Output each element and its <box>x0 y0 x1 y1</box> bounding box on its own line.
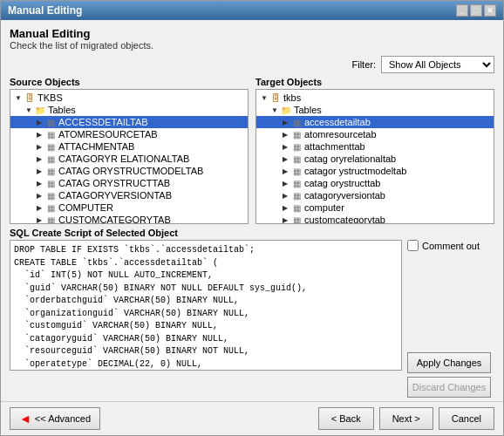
source-table-icon-3: ▦ <box>44 141 57 152</box>
target-table-atomresourcetab[interactable]: ▶ ▦ atomresourcetab <box>256 128 494 140</box>
source-table-label-9: CUSTOMCATEGORYTAB <box>58 215 171 224</box>
source-table-catstructtab[interactable]: ▶ ▦ CATAG ORYSTRUCTTAB <box>10 177 248 189</box>
source-table-computer[interactable]: ▶ ▦ COMPUTER <box>10 201 248 214</box>
target-table-label-6: catag orystructtab <box>304 178 380 188</box>
comment-out-row: Comment out <box>407 240 494 251</box>
source-table-catstructmodeltab[interactable]: ▶ ▦ CATAG ORYSTRUCTMODELTAB <box>10 165 248 177</box>
source-table-icon-1: ▦ <box>44 117 57 127</box>
close-button[interactable]: ✕ <box>484 4 496 17</box>
maximize-button[interactable]: □ <box>470 4 482 17</box>
target-table-catrelationaltab[interactable]: ▶ ▦ catag oryrelationaltab <box>256 153 494 165</box>
source-table-icon-7: ▦ <box>44 190 57 201</box>
target-table-expand-5: ▶ <box>281 167 289 175</box>
dialog-subtitle: Check the list of migrated objects. <box>10 40 494 51</box>
target-table-label-1: accessdetailtab <box>304 117 371 127</box>
apply-changes-button[interactable]: Apply Changes <box>407 352 491 373</box>
target-table-expand-6: ▶ <box>281 179 289 187</box>
source-table-catrelationaltab[interactable]: ▶ ▦ CATAGORYR ELATIONALTAB <box>10 153 248 165</box>
bottom-right: < Back Next > Cancel <box>318 407 494 430</box>
target-db-icon: 🗄 <box>269 92 282 103</box>
source-db-icon: 🗄 <box>24 92 36 103</box>
dialog-title: Manual Editing <box>8 4 82 17</box>
target-table-icon-9: ▦ <box>290 215 303 224</box>
manual-editing-dialog: Manual Editing _ □ ✕ Manual Editing Chec… <box>0 0 504 436</box>
target-root-item[interactable]: ▼ 🗄 tkbs <box>256 92 494 104</box>
source-table-expand-9: ▶ <box>35 215 44 224</box>
source-panel-label: Source Objects <box>10 75 249 89</box>
title-bar-buttons: _ □ ✕ <box>456 4 496 17</box>
discard-changes-button[interactable]: Discard Changes <box>407 377 491 398</box>
source-tables-label: Tables <box>48 105 76 115</box>
source-table-icon-6: ▦ <box>44 178 57 188</box>
minimize-button[interactable]: _ <box>456 4 468 17</box>
source-table-expand-5: ▶ <box>35 167 44 175</box>
dialog-heading: Manual Editing <box>10 27 494 40</box>
source-table-expand-1: ▶ <box>35 118 44 126</box>
target-tables-folder[interactable]: ▼ 📁 Tables <box>256 104 494 116</box>
target-table-expand-7: ▶ <box>281 191 289 200</box>
source-table-label-4: CATAGORYR ELATIONALTAB <box>58 153 189 164</box>
source-table-attachmenttab[interactable]: ▶ ▦ ATTACHMENTAB <box>10 140 248 153</box>
comment-out-checkbox[interactable] <box>407 240 419 251</box>
target-table-label-9: customcategorytab <box>304 215 385 224</box>
dialog-header: Manual Editing Check the list of migrate… <box>1 20 503 54</box>
target-table-computer[interactable]: ▶ ▦ computer <box>256 201 494 214</box>
sql-text: DROP TABLE IF EXISTS `tkbs`.`accessdetai… <box>14 244 398 371</box>
target-table-catversiontab[interactable]: ▶ ▦ catagoryversiontab <box>256 189 494 201</box>
cancel-button[interactable]: Cancel <box>439 407 494 430</box>
target-tree[interactable]: ▼ 🗄 tkbs ▼ 📁 Tables ▶ ▦ accessdetailtab <box>255 89 494 224</box>
sql-sidebar: Comment out Apply Changes Discard Change… <box>407 240 494 398</box>
target-folder-icon: 📁 <box>280 105 292 115</box>
sql-textarea[interactable]: DROP TABLE IF EXISTS `tkbs`.`accessdetai… <box>10 240 402 371</box>
source-table-icon-4: ▦ <box>44 153 57 164</box>
source-panel: Source Objects ▼ 🗄 TKBS ▼ 📁 Tables <box>10 75 249 224</box>
target-table-customcategorytab[interactable]: ▶ ▦ customcategorytab <box>256 214 494 224</box>
target-table-icon-2: ▦ <box>290 129 303 140</box>
advanced-button[interactable]: ◄ << Advanced <box>10 407 100 430</box>
source-table-expand-7: ▶ <box>35 191 44 200</box>
target-table-expand-1: ▶ <box>281 118 289 126</box>
target-table-label-4: catag oryrelationaltab <box>304 153 396 164</box>
back-button[interactable]: < Back <box>318 407 374 430</box>
source-tree[interactable]: ▼ 🗄 TKBS ▼ 📁 Tables ▶ ▦ ACCESSDETAIL <box>10 89 249 224</box>
target-table-expand-2: ▶ <box>281 130 289 139</box>
source-table-customcategorytab[interactable]: ▶ ▦ CUSTOMCATEGORYTAB <box>10 214 248 224</box>
bottom-left: ◄ << Advanced <box>10 407 100 430</box>
source-table-catversiontab[interactable]: ▶ ▦ CATAGORYVERSIONTAB <box>10 189 248 201</box>
source-table-icon-8: ▦ <box>44 202 57 213</box>
source-table-expand-2: ▶ <box>35 130 44 139</box>
title-bar: Manual Editing _ □ ✕ <box>1 1 503 20</box>
source-root-item[interactable]: ▼ 🗄 TKBS <box>10 92 248 104</box>
target-table-catstructmodeltab[interactable]: ▶ ▦ catagor ystructmodeltab <box>256 165 494 177</box>
source-table-label-7: CATAGORYVERSIONTAB <box>58 190 172 201</box>
target-table-expand-3: ▶ <box>281 142 289 151</box>
source-table-label-5: CATAG ORYSTRUCTMODELTAB <box>58 166 203 176</box>
target-table-attachmenttab[interactable]: ▶ ▦ attachmenttab <box>256 140 494 153</box>
source-table-icon-2: ▦ <box>44 129 57 140</box>
source-table-atomresourcetab[interactable]: ▶ ▦ ATOMRESOURCETAB <box>10 128 248 140</box>
target-table-label-5: catagor ystructmodeltab <box>304 166 406 176</box>
source-table-expand-3: ▶ <box>35 142 44 151</box>
filter-bar: Filter: Show All Objects Show Errors Onl… <box>1 54 503 75</box>
source-table-label-8: COMPUTER <box>58 202 113 213</box>
next-button[interactable]: Next > <box>379 407 433 430</box>
sql-section: SQL Create Script of Selected Object DRO… <box>1 224 503 398</box>
source-table-label-3: ATTACHMENTAB <box>58 141 134 152</box>
source-table-accessdetailtab[interactable]: ▶ ▦ ACCESSDETAILTAB <box>10 116 248 128</box>
target-panel: Target Objects ▼ 🗄 tkbs ▼ 📁 Tables ▶ <box>255 75 494 224</box>
sql-content: DROP TABLE IF EXISTS `tkbs`.`accessdetai… <box>10 240 494 398</box>
advanced-arrow-icon: ◄ <box>19 412 31 426</box>
target-table-label-3: attachmenttab <box>304 141 365 152</box>
target-root-expand: ▼ <box>260 93 269 102</box>
source-folder-icon: 📁 <box>34 105 46 115</box>
target-table-icon-8: ▦ <box>290 202 303 213</box>
target-table-icon-7: ▦ <box>290 190 303 201</box>
source-table-icon-5: ▦ <box>44 166 57 176</box>
target-table-label-7: catagoryversiontab <box>304 190 385 201</box>
target-table-catstructtab[interactable]: ▶ ▦ catag orystructtab <box>256 177 494 189</box>
filter-select[interactable]: Show All Objects Show Errors Only Show W… <box>381 56 494 73</box>
target-panel-label: Target Objects <box>255 75 494 89</box>
target-table-accessdetailtab[interactable]: ▶ ▦ accessdetailtab <box>256 116 494 128</box>
source-tables-folder[interactable]: ▼ 📁 Tables <box>10 104 248 116</box>
target-table-expand-9: ▶ <box>281 215 289 224</box>
